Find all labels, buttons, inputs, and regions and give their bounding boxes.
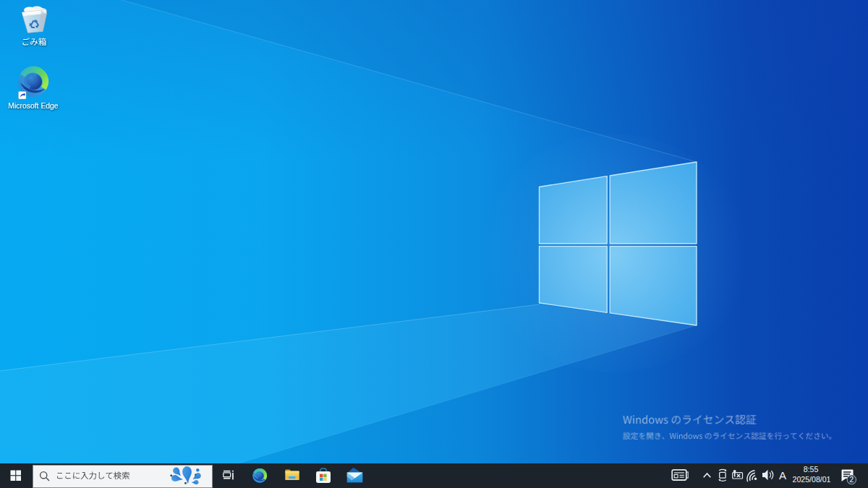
svg-text:2025/08/01: 2025/08/01 xyxy=(792,475,830,484)
svg-text:2: 2 xyxy=(850,476,854,484)
svg-text:Microsoft Edge: Microsoft Edge xyxy=(8,102,59,110)
svg-text:A: A xyxy=(779,469,786,481)
svg-text:8:55: 8:55 xyxy=(804,465,819,474)
